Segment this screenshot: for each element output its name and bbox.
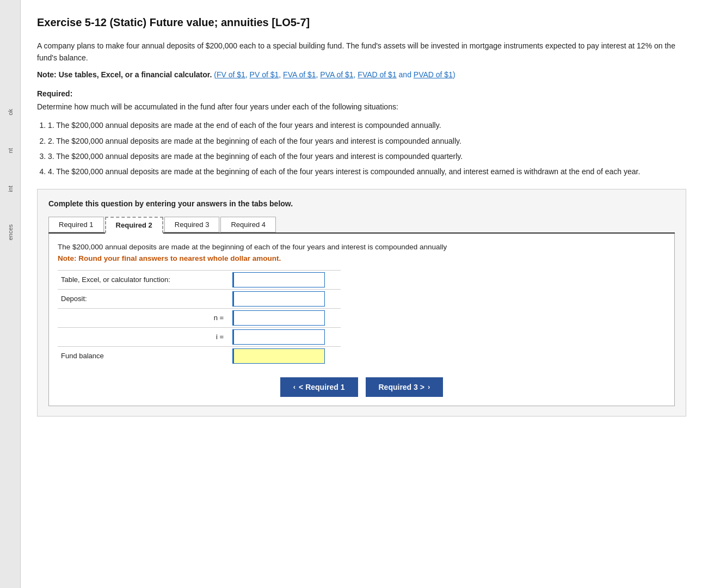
input-cell-i[interactable] — [229, 327, 341, 346]
input-deposit[interactable] — [232, 291, 325, 307]
input-cell-deposit[interactable] — [229, 289, 341, 308]
input-cell-fund-balance[interactable] — [229, 346, 341, 365]
input-cell-table-excel[interactable] — [229, 270, 341, 289]
situation-1: 1. The $200,000 annual deposits are made… — [48, 119, 686, 131]
tab-description: The $200,000 annual deposits are made at… — [58, 241, 666, 265]
complete-box-title: Complete this question by entering your … — [48, 199, 675, 208]
tabs-row: Required 1 Required 2 Required 3 Require… — [48, 216, 675, 234]
note-label: Note: Use tables, Excel, or a financial … — [37, 70, 212, 79]
next-button-label: Required 3 > — [379, 383, 424, 391]
label-fund-balance: Fund balance — [58, 346, 229, 365]
label-deposit: Deposit: — [58, 289, 229, 308]
table-row-n: n = — [58, 308, 341, 327]
table-row-i: i = — [58, 327, 341, 346]
required-desc: Determine how much will be accumulated i… — [37, 101, 686, 113]
situation-3: 3. The $200,000 annual deposits are made… — [48, 150, 686, 162]
tab-required-3[interactable]: Required 3 — [164, 217, 220, 232]
sidebar-item-nt[interactable]: nt — [7, 148, 14, 153]
tab-content-area: The $200,000 annual deposits are made at… — [48, 234, 675, 406]
table-row-deposit: Deposit: — [58, 289, 341, 308]
input-cell-n[interactable] — [229, 308, 341, 327]
pv-link[interactable]: PV of $1 — [250, 70, 279, 79]
tab-required-2[interactable]: Required 2 — [105, 217, 163, 234]
sidebar: ok nt int ences — [0, 0, 21, 588]
label-i: i = — [58, 327, 229, 346]
fvad-link[interactable]: FVAD of $1 — [358, 70, 396, 79]
label-table-excel: Table, Excel, or calculator function: — [58, 270, 229, 289]
fv-link[interactable]: (FV of $1 — [214, 70, 245, 79]
input-table-excel[interactable] — [232, 272, 325, 287]
pvad-link[interactable]: PVAD of $1 — [414, 70, 453, 79]
required-label: Required: — [37, 89, 686, 98]
situations-list: 1. The $200,000 annual deposits are made… — [48, 119, 686, 178]
sidebar-item-ences[interactable]: ences — [7, 224, 14, 240]
tab-note: Note: Round your final answers to neares… — [58, 254, 281, 262]
label-n: n = — [58, 308, 229, 327]
table-row-table-excel: Table, Excel, or calculator function: — [58, 270, 341, 289]
tab-required-4[interactable]: Required 4 — [220, 217, 276, 232]
fva-link[interactable]: FVA of $1 — [283, 70, 316, 79]
prev-button[interactable]: ‹ < Required 1 — [280, 377, 358, 397]
complete-box: Complete this question by entering your … — [37, 189, 686, 416]
sidebar-item-ok[interactable]: ok — [7, 109, 14, 115]
next-arrow-icon: › — [428, 383, 430, 391]
table-row-fund-balance: Fund balance — [58, 346, 341, 365]
input-i[interactable] — [232, 329, 325, 345]
tab-required-1[interactable]: Required 1 — [48, 217, 104, 232]
links-line: (FV of $1, PV of $1, FVA of $1, PVA of $… — [214, 70, 455, 79]
bottom-nav: ‹ < Required 1 Required 3 > › — [58, 377, 666, 397]
prev-arrow-icon: ‹ — [293, 383, 295, 391]
exercise-title: Exercise 5-12 (Static) Future value; ann… — [37, 16, 686, 29]
description-text: A company plans to make four annual depo… — [37, 40, 686, 64]
input-n[interactable] — [232, 310, 325, 326]
sidebar-item-int[interactable]: int — [7, 186, 14, 192]
prev-button-label: < Required 1 — [299, 383, 344, 391]
situation-4: 4. The $200,000 annual deposits are made… — [48, 166, 686, 177]
next-button[interactable]: Required 3 > › — [366, 377, 444, 397]
main-content: Exercise 5-12 (Static) Future value; ann… — [21, 0, 708, 588]
input-fund-balance[interactable] — [232, 348, 325, 364]
situation-2: 2. The $200,000 annual deposits are made… — [48, 135, 686, 147]
form-table: Table, Excel, or calculator function: De… — [58, 270, 341, 365]
pva-link[interactable]: PVA of $1 — [320, 70, 353, 79]
